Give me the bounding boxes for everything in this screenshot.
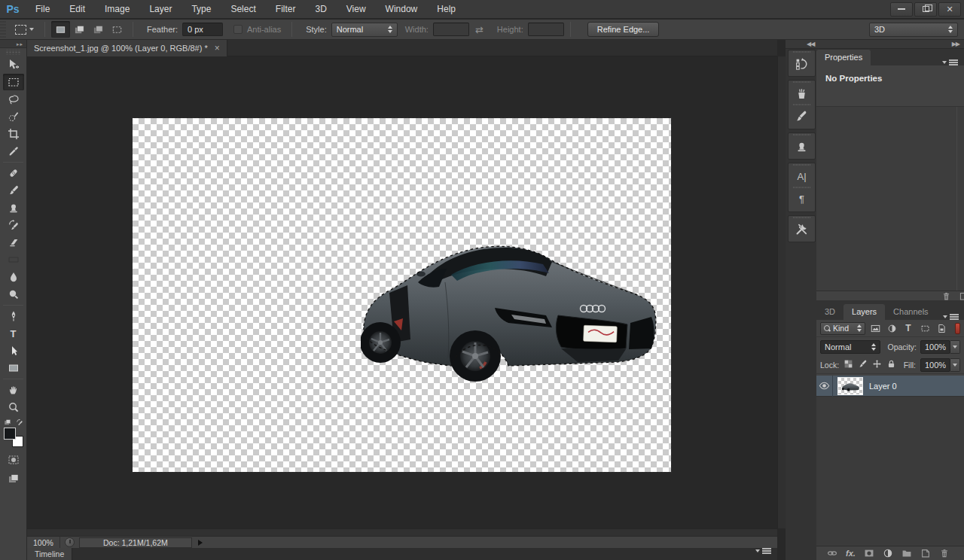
intersect-selection-mode-button[interactable] xyxy=(108,21,127,38)
gradient-tool[interactable] xyxy=(3,251,24,268)
feather-input[interactable]: 0 px xyxy=(182,23,223,36)
rectangular-marquee-tool[interactable] xyxy=(3,74,24,90)
tab-3d[interactable]: 3D xyxy=(816,304,844,320)
tool-presets-panel-button[interactable] xyxy=(789,82,815,105)
quick-selection-tool[interactable] xyxy=(3,108,24,125)
new-selection-mode-button[interactable] xyxy=(51,21,70,38)
clone-source-panel-button[interactable] xyxy=(789,135,815,157)
blend-mode-dropdown[interactable]: Normal xyxy=(820,340,880,354)
fill-field[interactable]: 100% xyxy=(920,358,950,372)
lasso-tool[interactable] xyxy=(3,91,24,108)
eyedropper-tool[interactable] xyxy=(3,143,24,160)
kind-filter-dropdown[interactable]: Kind xyxy=(820,322,865,335)
zoom-tool[interactable] xyxy=(3,399,24,415)
tools-presets-button[interactable] xyxy=(789,218,815,240)
tab-properties[interactable]: Properties xyxy=(816,50,871,65)
brush-panel-button[interactable] xyxy=(789,105,815,127)
lock-image-pixels-button[interactable] xyxy=(858,359,868,371)
menu-filter[interactable]: Filter xyxy=(266,0,306,19)
layer-thumbnail[interactable] xyxy=(837,377,863,395)
filter-adjustment-layers-button[interactable] xyxy=(885,322,898,335)
close-icon[interactable] xyxy=(215,43,220,53)
menu-edit[interactable]: Edit xyxy=(59,0,95,19)
menu-file[interactable]: File xyxy=(26,0,59,19)
menu-view[interactable]: View xyxy=(337,0,376,19)
history-panel-button[interactable] xyxy=(789,52,815,75)
options-bar-grip[interactable] xyxy=(0,20,6,39)
layers-panel-menu[interactable] xyxy=(937,314,964,320)
new-group-icon[interactable] xyxy=(901,548,912,558)
layer-filtering-toggle[interactable] xyxy=(955,323,960,334)
timeline-panel-menu[interactable] xyxy=(749,548,777,554)
style-dropdown[interactable]: Normal xyxy=(331,23,398,37)
menu-window[interactable]: Window xyxy=(376,0,428,19)
filter-smart-objects-button[interactable] xyxy=(935,322,948,335)
canvas-horizontal-scrollbar[interactable] xyxy=(27,528,777,536)
expand-dock-button[interactable]: ▶▶ xyxy=(952,41,959,47)
height-input[interactable] xyxy=(528,23,564,36)
eraser-tool[interactable] xyxy=(3,234,24,251)
new-layer-icon[interactable] xyxy=(920,548,931,558)
collapse-to-icons-button[interactable]: ◀◀ xyxy=(807,41,814,47)
canvas-vertical-scrollbar[interactable] xyxy=(777,56,786,528)
pen-tool[interactable] xyxy=(3,308,24,324)
move-tool[interactable] xyxy=(3,56,24,73)
quick-mask-button[interactable] xyxy=(3,452,24,468)
fill-caret-button[interactable] xyxy=(950,358,960,372)
tab-layers[interactable]: Layers xyxy=(844,304,885,320)
layer-style-icon[interactable]: fx. xyxy=(846,549,856,558)
character-panel-button[interactable]: A| xyxy=(789,165,815,187)
new-adjustment-layer-icon[interactable] xyxy=(883,548,893,558)
subtract-selection-mode-button[interactable] xyxy=(89,21,108,38)
type-tool[interactable]: T xyxy=(3,325,24,342)
anti-alias-checkbox[interactable] xyxy=(233,25,243,34)
screen-mode-button[interactable] xyxy=(3,470,24,487)
menu-image[interactable]: Image xyxy=(95,0,139,19)
opacity-field[interactable]: 100% xyxy=(920,340,950,354)
workspace-switcher[interactable]: 3D xyxy=(869,23,958,37)
add-to-selection-mode-button[interactable] xyxy=(70,21,89,38)
delete-icon[interactable] xyxy=(941,291,951,301)
layer-row-layer0[interactable]: Layer 0 xyxy=(816,376,964,397)
link-layers-icon[interactable] xyxy=(827,548,837,558)
add-layer-mask-icon[interactable] xyxy=(864,548,874,558)
blur-tool[interactable] xyxy=(3,269,24,285)
menu-3d[interactable]: 3D xyxy=(305,0,336,19)
paragraph-panel-button[interactable]: ¶ xyxy=(789,187,815,210)
dodge-tool[interactable] xyxy=(3,286,24,303)
tab-timeline[interactable]: Timeline xyxy=(27,548,72,560)
spot-healing-brush-tool[interactable] xyxy=(3,165,24,181)
document-canvas[interactable] xyxy=(133,118,671,472)
width-input[interactable] xyxy=(433,23,469,36)
layer-visibility-toggle[interactable] xyxy=(816,376,833,397)
document-tab[interactable]: Screenshot_1.jpg @ 100% (Layer 0, RGB/8#… xyxy=(27,40,227,56)
restore-button[interactable] xyxy=(914,2,937,17)
delete-layer-icon[interactable] xyxy=(939,548,950,558)
layer-name[interactable]: Layer 0 xyxy=(869,382,897,391)
tool-preset-picker[interactable] xyxy=(11,25,38,35)
properties-panel-menu[interactable] xyxy=(936,59,964,65)
menu-help[interactable]: Help xyxy=(427,0,465,19)
hand-tool[interactable] xyxy=(3,382,24,398)
filter-type-layers-button[interactable]: T xyxy=(901,322,915,335)
lock-all-button[interactable] xyxy=(886,359,896,371)
refine-edge-button[interactable]: Refine Edge... xyxy=(587,22,660,37)
close-button[interactable] xyxy=(938,2,961,17)
tab-channels[interactable]: Channels xyxy=(885,304,936,320)
clone-stamp-tool[interactable] xyxy=(3,199,24,216)
crop-tool[interactable] xyxy=(3,126,24,142)
document-size-field[interactable]: Doc: 1,21M/1,62M xyxy=(79,537,192,548)
swap-dimensions-icon[interactable] xyxy=(475,24,484,35)
status-options-arrow-icon[interactable] xyxy=(198,540,203,546)
foreground-color-swatch[interactable] xyxy=(4,428,16,440)
menu-type[interactable]: Type xyxy=(182,0,221,19)
sync-status-icon[interactable] xyxy=(65,537,75,547)
lock-transparent-pixels-button[interactable] xyxy=(844,359,853,371)
lock-position-button[interactable] xyxy=(872,359,882,371)
default-and-swap-colors[interactable] xyxy=(4,418,23,426)
history-brush-tool[interactable] xyxy=(3,217,24,233)
zoom-level-field[interactable]: 100% xyxy=(27,538,59,547)
tools-panel-grip[interactable] xyxy=(6,50,20,55)
tools-panel-collapse[interactable]: ▸▸ xyxy=(0,40,26,48)
menu-layer[interactable]: Layer xyxy=(139,0,182,19)
